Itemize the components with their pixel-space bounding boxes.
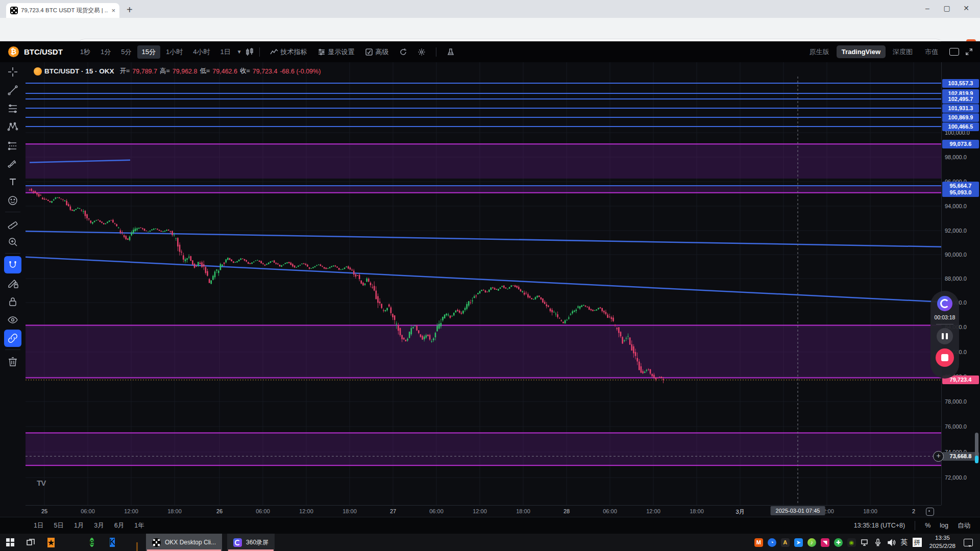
trend-line-icon[interactable] — [4, 82, 21, 99]
time-tick: 12:00 — [646, 508, 660, 514]
candle-style-icon[interactable] — [245, 47, 254, 57]
tradingview-logo[interactable]: TV — [37, 479, 45, 487]
timeframe-1秒[interactable]: 1秒 — [76, 45, 95, 59]
favorites-app-icon[interactable]: ★ — [41, 534, 61, 551]
low-label: 低= — [200, 67, 210, 76]
brush-icon[interactable] — [4, 155, 21, 172]
hide-drawings-icon[interactable] — [4, 311, 21, 329]
lock-all-icon[interactable] — [4, 293, 21, 310]
close-value: 79,723.4 — [253, 68, 278, 75]
percent-scale-button[interactable]: % — [920, 522, 935, 529]
tab-native-version[interactable]: 原生版 — [804, 45, 835, 59]
panel-toggle-icon[interactable] — [949, 48, 959, 56]
zoom-in-icon[interactable] — [4, 233, 21, 251]
tray-send-icon[interactable]: ➤ — [792, 534, 805, 551]
magnet-icon[interactable] — [4, 256, 21, 273]
object-tree-button[interactable] — [442, 48, 460, 56]
crosshair-icon[interactable] — [4, 63, 21, 81]
archive-app-icon[interactable] — [122, 534, 143, 551]
timeframe-15分[interactable]: 15分 — [137, 45, 160, 59]
360-browser-icon[interactable]: e — [82, 534, 102, 551]
delete-drawings-icon[interactable] — [4, 353, 21, 370]
chart-settings-button[interactable] — [412, 48, 431, 56]
tab-market-cap[interactable]: 市值 — [920, 45, 943, 59]
timeframe-5分[interactable]: 5分 — [116, 45, 136, 59]
tray-nvidia-icon[interactable]: ◉ — [845, 534, 858, 551]
edge-browser-icon[interactable] — [61, 534, 82, 551]
notification-center-icon[interactable] — [964, 539, 973, 546]
log-scale-button[interactable]: log — [935, 522, 953, 529]
stop-recording-button[interactable] — [936, 348, 954, 367]
emoji-icon[interactable] — [4, 192, 21, 209]
window-minimize-button[interactable]: – — [920, 4, 935, 12]
range-1月[interactable]: 1月 — [69, 521, 89, 530]
tab-depth-chart[interactable]: 深度图 — [888, 45, 918, 59]
draw-lock-icon[interactable] — [4, 274, 21, 292]
timeframe-chevron-down-icon[interactable]: ▼ — [237, 49, 242, 55]
replay-button[interactable] — [394, 48, 412, 56]
time-tick: 06:00 — [429, 508, 444, 514]
network-icon[interactable] — [858, 534, 871, 551]
text-icon[interactable] — [4, 173, 21, 191]
price-level-badge: 95,093.0 — [942, 188, 979, 197]
window-close-button[interactable]: ✕ — [959, 4, 974, 12]
timeframe-1日[interactable]: 1日 — [215, 45, 235, 59]
taskbar-okx-window[interactable]: OKX Desktop Cli... — [146, 534, 222, 551]
clock-label[interactable]: 13:35:18 (UTC+8) — [849, 522, 910, 529]
browser-tab-bar: 79,723.4 BTC USDT 现货交易 | ... × + – ▢ ✕ — [0, 0, 980, 18]
tray-quark-icon[interactable]: ◔ — [765, 534, 778, 551]
candlestick-chart[interactable] — [26, 62, 941, 505]
range-1日[interactable]: 1日 — [29, 521, 48, 530]
browser-tab[interactable]: 79,723.4 BTC USDT 现货交易 | ... × — [6, 3, 119, 18]
ruler-icon[interactable] — [4, 215, 21, 232]
indicators-menu[interactable]: 技术指标 — [265, 47, 312, 57]
microphone-icon[interactable] — [871, 534, 885, 551]
advanced-menu[interactable]: 高级 — [360, 47, 394, 57]
ime-mode-indicator[interactable]: 拼 — [913, 538, 922, 547]
range-6月[interactable]: 6月 — [109, 521, 129, 530]
tray-app-orange-icon[interactable]: M — [752, 534, 765, 551]
add-order-plus-icon[interactable]: + — [933, 451, 944, 462]
fib-retracement-icon[interactable] — [4, 100, 21, 117]
legend-title[interactable]: BTC/USDT · 15 · OKX — [44, 67, 114, 75]
auto-scale-button[interactable]: 自动 — [953, 521, 975, 530]
tab-close-icon[interactable]: × — [111, 7, 115, 14]
time-tick: 26 — [216, 508, 223, 514]
range-5日[interactable]: 5日 — [48, 521, 68, 530]
symbol-label[interactable]: BTC/USDT — [24, 47, 63, 56]
tab-tradingview[interactable]: TradingView — [837, 45, 886, 58]
tray-music-icon[interactable]: ♪ — [805, 534, 818, 551]
pause-recording-button[interactable] — [937, 328, 953, 344]
btc-icon: ₿ — [8, 46, 19, 57]
tab-title: 79,723.4 BTC USDT 现货交易 | ... — [21, 7, 108, 14]
forecast-icon[interactable] — [4, 137, 21, 154]
price-tick: 88,000.0 — [945, 276, 967, 282]
time-tick: 06:00 — [81, 508, 95, 514]
start-button[interactable] — [0, 534, 20, 551]
timeframe-1分[interactable]: 1分 — [96, 45, 115, 59]
tray-app-pink-icon[interactable]: ◥ — [818, 534, 831, 551]
timezone-icon[interactable] — [926, 508, 934, 516]
scrollbar-thumb[interactable] — [975, 433, 978, 463]
timeframe-1小时[interactable]: 1小时 — [161, 45, 187, 59]
price-axis[interactable]: 100,000.098,000.096,000.094,000.092,000.… — [941, 62, 980, 505]
timeframe-4小时[interactable]: 4小时 — [188, 45, 214, 59]
taskbar-recorder-window[interactable]: 360录屏 — [227, 534, 275, 551]
tray-app-dark-icon[interactable]: A — [778, 534, 792, 551]
range-3月[interactable]: 3月 — [89, 521, 109, 530]
time-tick: 12:00 — [299, 508, 313, 514]
window-maximize-button[interactable]: ▢ — [939, 4, 954, 12]
new-tab-button[interactable]: + — [127, 4, 133, 16]
speaker-icon[interactable] — [885, 534, 898, 551]
xabcd-pattern-icon[interactable] — [4, 118, 21, 136]
price-level-badge: 100,466.5 — [942, 122, 979, 131]
display-settings-menu[interactable]: 显示设置 — [312, 47, 360, 57]
task-view-icon[interactable] — [20, 534, 41, 551]
sync-drawings-icon[interactable] — [4, 330, 21, 347]
clock-date[interactable]: 13:35 2025/2/28 — [924, 534, 961, 550]
k-app-icon[interactable]: K — [102, 534, 122, 551]
fullscreen-icon[interactable] — [965, 48, 973, 56]
ime-language-indicator[interactable]: 英 — [898, 538, 910, 547]
tray-360-safe-icon[interactable]: ✚ — [831, 534, 845, 551]
range-1年[interactable]: 1年 — [129, 521, 149, 530]
